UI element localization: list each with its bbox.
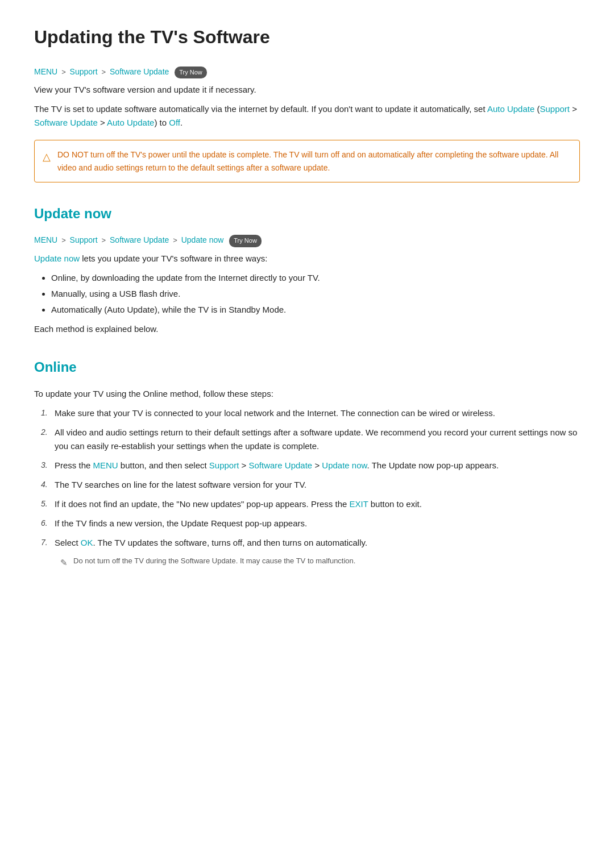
support-link[interactable]: Support — [70, 67, 98, 76]
step-2-text: All video and audio settings return to t… — [55, 427, 577, 451]
intro-paragraph-1: View your TV's software version and upda… — [34, 83, 580, 97]
auto-update2-inline-link[interactable]: Auto Update — [107, 118, 154, 127]
step-3-suffix: . The Update now pop-up appears. — [367, 460, 499, 470]
online-steps: Make sure that your TV is connected to y… — [34, 406, 580, 570]
try-now-badge[interactable]: Try Now — [175, 67, 207, 79]
intro2-end: . — [180, 118, 182, 127]
intro2-middle: ( — [534, 104, 540, 114]
step-7: Select OK. The TV updates the software, … — [34, 536, 580, 570]
sep2-2: > — [102, 236, 106, 244]
software-update-link-2[interactable]: Software Update — [110, 235, 169, 244]
update-now-heading: Update now — [34, 203, 580, 225]
step-3-sep2: > — [312, 460, 322, 470]
step-2: All video and audio settings return to t… — [34, 426, 580, 453]
step-1-text: Make sure that your TV is connected to y… — [55, 408, 495, 418]
main-breadcrumb: MENU > Support > Software Update Try Now — [34, 65, 580, 78]
step-4-text: The TV searches on line for the latest s… — [55, 480, 306, 489]
update-now-link-step3[interactable]: Update now — [322, 460, 367, 470]
step-7-prefix: Select — [55, 538, 81, 547]
software-update-link[interactable]: Software Update — [110, 67, 169, 76]
bullet-2: Manually, using a USB flash drive. — [51, 287, 580, 301]
sep1: > — [61, 68, 66, 76]
intro2-sep: > — [570, 104, 577, 114]
sep1-2: > — [61, 236, 66, 244]
update-now-bullets: Online, by downloading the update from t… — [51, 271, 580, 317]
update-now-inline-link[interactable]: Update now — [34, 254, 80, 263]
software-update-inline-link[interactable]: Software Update — [34, 118, 98, 127]
menu-link-2[interactable]: MENU — [34, 235, 57, 244]
warning-box: △ DO NOT turn off the TV's power until t… — [34, 140, 580, 182]
support-inline-link[interactable]: Support — [540, 104, 570, 114]
step-4: The TV searches on line for the latest s… — [34, 478, 580, 492]
step-7-suffix: . The TV updates the software, turns off… — [93, 538, 368, 547]
off-link[interactable]: Off — [169, 118, 180, 127]
step-1: Make sure that your TV is connected to y… — [34, 406, 580, 420]
software-update-link-step3[interactable]: Software Update — [248, 460, 312, 470]
sep2: > — [102, 68, 106, 76]
step-6: If the TV finds a new version, the Updat… — [34, 517, 580, 530]
note-text: Do not turn off the TV during the Softwa… — [73, 555, 355, 567]
menu-link-step3[interactable]: MENU — [93, 460, 118, 470]
update-now-intro: Update now lets you update your TV's sof… — [34, 252, 580, 265]
ok-link[interactable]: OK — [81, 538, 93, 547]
step-5: If it does not find an update, the "No n… — [34, 497, 580, 511]
online-heading: Online — [34, 356, 580, 378]
step-6-text: If the TV finds a new version, the Updat… — [55, 518, 307, 528]
intro-paragraph-2: The TV is set to update software automat… — [34, 102, 580, 130]
auto-update-link[interactable]: Auto Update — [487, 104, 534, 114]
step-3: Press the MENU button, and then select S… — [34, 459, 580, 472]
intro2-sep2: > — [98, 118, 107, 127]
intro2-prefix: The TV is set to update software automat… — [34, 104, 487, 114]
update-now-breadcrumb: MENU > Support > Software Update > Updat… — [34, 234, 580, 247]
bullet-1: Online, by downloading the update from t… — [51, 271, 580, 285]
step-5-prefix: If it does not find an update, the "No n… — [55, 499, 350, 509]
page-title: Updating the TV's Software — [34, 23, 580, 52]
update-now-intro-suffix: lets you update your TV's software in th… — [80, 254, 267, 263]
intro2-suffix: ) to — [154, 118, 169, 127]
bullet-3: Automatically (Auto Update), while the T… — [51, 303, 580, 317]
step-3-sep1: > — [239, 460, 248, 470]
update-now-footer: Each method is explained below. — [34, 322, 580, 336]
step-3-prefix: Press the — [55, 460, 93, 470]
menu-link[interactable]: MENU — [34, 67, 57, 76]
try-now-badge-2[interactable]: Try Now — [229, 235, 262, 247]
support-link-2[interactable]: Support — [70, 235, 98, 244]
update-now-link-breadcrumb[interactable]: Update now — [181, 235, 224, 244]
warning-text: DO NOT turn off the TV's power until the… — [57, 148, 569, 174]
online-intro: To update your TV using the Online metho… — [34, 387, 580, 401]
warning-icon: △ — [43, 149, 51, 165]
note-box: ✎ Do not turn off the TV during the Soft… — [55, 555, 580, 570]
step-5-suffix: button to exit. — [368, 499, 422, 509]
step-3-middle: button, and then select — [118, 460, 209, 470]
support-link-step3[interactable]: Support — [209, 460, 239, 470]
exit-link[interactable]: EXIT — [350, 499, 368, 509]
sep3-2: > — [173, 236, 177, 244]
pencil-icon: ✎ — [60, 556, 68, 570]
